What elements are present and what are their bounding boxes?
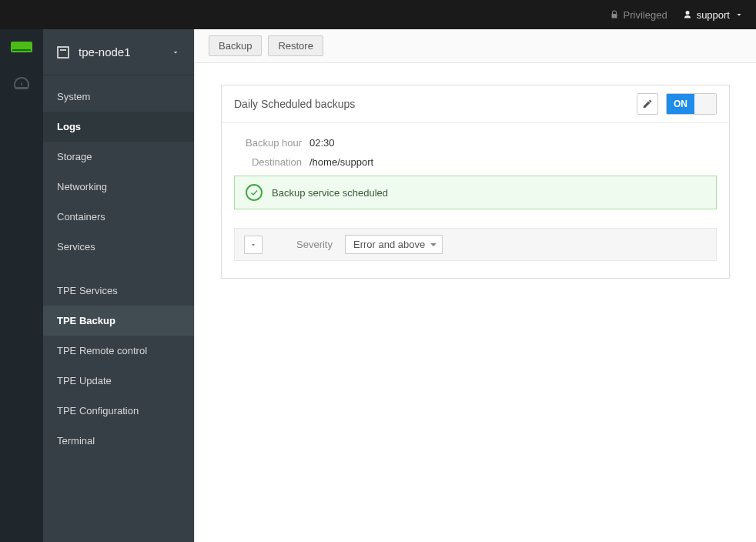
sidebar-item-terminal[interactable]: Terminal	[43, 426, 194, 456]
chevron-down-icon	[171, 48, 180, 57]
privileged-indicator: Privileged	[610, 9, 667, 21]
destination-label: Destination	[234, 156, 302, 168]
node-icon	[57, 46, 69, 59]
sidebar-item-tpe-config[interactable]: TPE Configuration	[43, 396, 194, 426]
severity-selected-value: Error and above	[353, 239, 425, 250]
dashboard-icon[interactable]	[12, 74, 31, 92]
lock-icon	[610, 10, 619, 19]
username-label: support	[697, 9, 730, 21]
toolbar: Backup Restore	[195, 29, 756, 63]
sidebar-item-tpe-services[interactable]: TPE Services	[43, 276, 194, 306]
severity-label: Severity	[296, 239, 333, 250]
toggle-on-label: ON	[667, 94, 694, 114]
sidebar: tpe-node1 System Logs Storage Networking…	[43, 29, 194, 542]
edit-button[interactable]	[637, 93, 658, 115]
backup-panel: Daily Scheduled backups ON Backup hour	[221, 85, 730, 279]
alert-text: Backup service scheduled	[272, 187, 388, 199]
destination-value: /home/support	[309, 156, 373, 168]
sidebar-item-storage[interactable]: Storage	[43, 142, 194, 172]
node-name-label: tpe-node1	[79, 45, 162, 59]
chevron-down-icon	[734, 10, 744, 19]
alert-success: Backup service scheduled	[234, 176, 717, 209]
node-selector[interactable]: tpe-node1	[43, 29, 194, 75]
server-icon[interactable]	[11, 42, 32, 52]
field-destination: Destination /home/support	[234, 156, 717, 168]
severity-select[interactable]: Error and above	[345, 235, 443, 254]
field-backup-hour: Backup hour 02:30	[234, 137, 717, 149]
sidebar-item-logs[interactable]: Logs	[43, 112, 194, 142]
privileged-label: Privileged	[624, 9, 667, 21]
nav-primary: System Logs Storage Networking Container…	[43, 75, 194, 456]
backup-hour-value: 02:30	[309, 137, 335, 149]
topbar: Privileged support	[0, 0, 756, 29]
panel-title: Daily Scheduled backups	[234, 98, 355, 110]
chevron-down-icon	[249, 241, 257, 249]
sidebar-item-tpe-update[interactable]: TPE Update	[43, 366, 194, 396]
sidebar-item-tpe-remote[interactable]: TPE Remote control	[43, 336, 194, 366]
sidebar-item-system[interactable]: System	[43, 82, 194, 112]
panel-header: Daily Scheduled backups ON	[222, 85, 729, 123]
expand-logs-button[interactable]	[244, 236, 263, 254]
user-icon	[683, 10, 692, 19]
check-circle-icon	[246, 184, 263, 201]
sidebar-item-networking[interactable]: Networking	[43, 172, 194, 202]
pencil-icon	[642, 99, 653, 109]
sidebar-item-tpe-backup[interactable]: TPE Backup	[43, 306, 194, 336]
left-rail	[0, 29, 43, 542]
backup-hour-label: Backup hour	[234, 137, 302, 149]
schedule-toggle[interactable]: ON	[666, 93, 717, 115]
sidebar-item-containers[interactable]: Containers	[43, 202, 194, 232]
main-content: Backup Restore Daily Scheduled backups O…	[194, 29, 756, 542]
toggle-off-side	[694, 94, 716, 114]
backup-button[interactable]: Backup	[209, 35, 262, 56]
log-filter-bar: Severity Error and above	[234, 228, 717, 261]
user-menu[interactable]: support	[683, 9, 744, 21]
restore-button[interactable]: Restore	[268, 35, 323, 56]
sidebar-item-services[interactable]: Services	[43, 232, 194, 262]
